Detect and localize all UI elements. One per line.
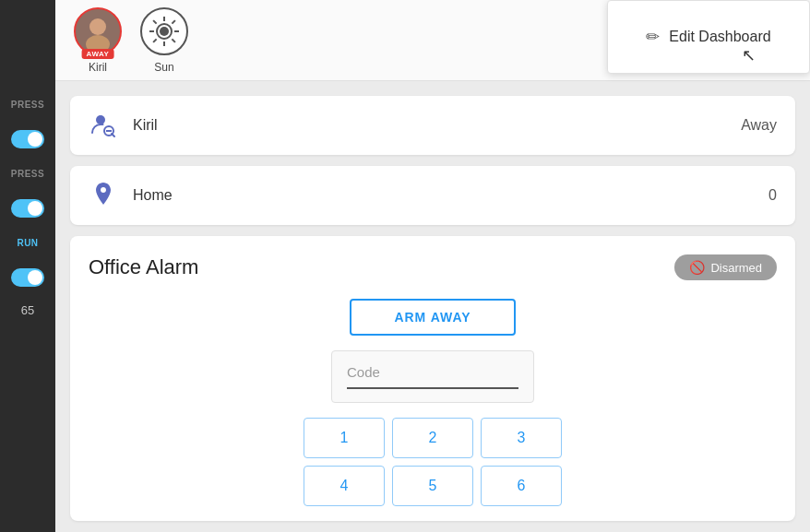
sidebar-item-press-1[interactable]: PRESS [0,92,55,117]
sidebar-toggle-2[interactable] [11,199,44,218]
edit-dashboard-label: Edit Dashboard [669,29,770,45]
sun-label: Sun [154,61,173,74]
keypad-key-2[interactable]: 2 [392,418,473,458]
avatar-image [79,13,116,50]
sun-icon [148,15,181,48]
home-card-value: 0 [768,187,777,204]
keypad-key-5[interactable]: 5 [392,466,473,506]
alarm-header: Office Alarm 🚫 Disarmed [89,254,777,280]
svg-line-14 [112,134,114,136]
sidebar: PRESS PRESS RUN 65 [0,0,55,532]
alarm-card: Office Alarm 🚫 Disarmed ARM AWAY Code 12… [70,236,795,521]
keypad-key-4[interactable]: 4 [304,466,385,506]
sidebar-toggle-1[interactable] [11,130,44,148]
home-card[interactable]: Home 0 [70,166,795,225]
svg-point-11 [160,27,169,36]
code-label: Code [347,364,518,380]
sun-circle[interactable] [140,7,188,55]
keypad-key-1[interactable]: 1 [304,418,385,458]
main-content: Kiril Away Home 0 Office Alarm 🚫 Disarme… [55,81,810,532]
svg-line-10 [153,39,157,42]
avatar-name: Kiril [89,61,107,74]
edit-dashboard-button[interactable]: ✏ Edit Dashboard ↖ [607,0,810,74]
svg-point-1 [86,35,110,50]
sidebar-item-press-2[interactable]: PRESS [0,161,55,186]
svg-line-9 [172,20,175,24]
disarmed-icon: 🚫 [689,260,705,275]
home-card-label: Home [133,187,754,204]
alarm-title: Office Alarm [89,255,198,279]
away-badge: AWAY [82,49,114,59]
sidebar-number: 65 [21,303,34,317]
person-icon [89,112,118,138]
keypad-key-6[interactable]: 6 [481,466,562,506]
person-card[interactable]: Kiril Away [70,96,795,155]
code-input-container[interactable]: Code [331,350,534,403]
person-card-label: Kiril [133,117,726,134]
code-underline [347,387,518,389]
avatar-container[interactable]: AWAY [74,7,122,55]
svg-line-8 [172,39,175,42]
keypad: 123456 [304,418,562,506]
avatar-section[interactable]: AWAY Kiril [74,7,122,74]
svg-point-0 [89,18,106,35]
arm-away-button[interactable]: ARM AWAY [350,299,516,336]
disarmed-label: Disarmed [710,261,762,275]
sidebar-toggle-3[interactable] [11,268,44,287]
cursor-icon: ↖ [742,45,756,65]
sidebar-item-run[interactable]: RUN [0,231,55,255]
sun-section[interactable]: Sun [140,7,188,74]
header: AWAY Kiril Sun ✏ Edit Dashboard ↖ [55,0,810,81]
svg-point-12 [96,115,105,124]
edit-pencil-icon: ✏ [646,27,660,47]
person-card-value: Away [741,117,777,134]
location-icon [89,183,118,208]
svg-line-7 [153,20,157,24]
keypad-key-3[interactable]: 3 [481,418,562,458]
disarmed-badge: 🚫 Disarmed [674,254,777,280]
